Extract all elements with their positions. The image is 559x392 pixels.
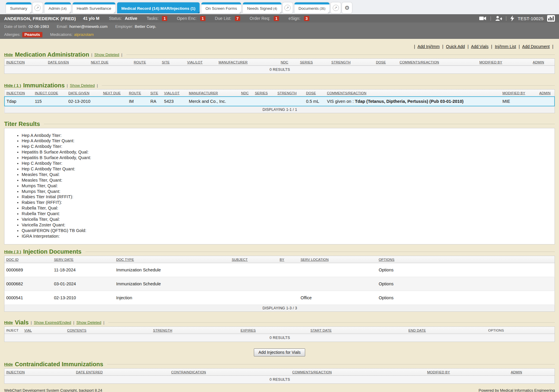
tab-label: On Screen Forms xyxy=(206,6,237,11)
add-person-icon[interactable] xyxy=(495,16,502,21)
column-header[interactable]: END DATE xyxy=(408,329,426,332)
column-header[interactable]: EXPIRES xyxy=(241,329,256,332)
column-header[interactable]: VIAL/LOT xyxy=(187,60,203,64)
options-menu[interactable]: Options xyxy=(379,295,394,300)
documents-popout-button[interactable]: ↗ xyxy=(331,2,341,13)
column-header[interactable]: VIAL/LOT xyxy=(164,91,179,95)
show-deleted-link[interactable]: Show Deleted xyxy=(94,52,119,57)
column-header[interactable]: VIAL xyxy=(24,329,32,332)
column-header[interactable]: INJECTION xyxy=(7,91,25,95)
summary-popout-button[interactable]: ↗ xyxy=(33,2,43,13)
order-req-badge[interactable]: 1 xyxy=(274,16,279,21)
cell-ndc xyxy=(239,97,253,106)
add-inj-imm-link[interactable]: Add Inj/Imm xyxy=(418,44,440,49)
cell-subject xyxy=(230,291,278,305)
column-header[interactable]: ADMIN xyxy=(511,370,522,374)
video-camera-icon[interactable] xyxy=(479,16,486,21)
column-header[interactable]: BY xyxy=(280,258,284,261)
needs-signed-popout-button[interactable]: ↗ xyxy=(283,2,293,13)
column-header[interactable]: MODIFIED BY xyxy=(427,370,450,374)
column-header[interactable]: DOSE xyxy=(376,60,386,64)
tab-documents[interactable]: Documents(35) xyxy=(294,2,330,13)
column-header[interactable]: DATE GIVEN xyxy=(69,91,90,95)
add-injections-for-vials-button[interactable]: Add Injections for Vials xyxy=(254,348,305,356)
show-deleted-link[interactable]: Show Deleted xyxy=(76,320,101,325)
show-deleted-link[interactable]: Show Deleted xyxy=(70,83,95,88)
column-header[interactable]: COMMENTS/REACTION xyxy=(399,60,439,64)
column-header[interactable]: INJECT CODE xyxy=(35,91,58,95)
column-header[interactable]: COMMENTS/REACTION xyxy=(327,91,366,95)
tab-settings-button[interactable]: ⚙ xyxy=(342,2,352,13)
column-header[interactable]: SITE xyxy=(162,60,170,64)
tasks-badge[interactable]: 1 xyxy=(162,16,167,21)
tab-on-screen-forms[interactable]: On Screen Forms xyxy=(201,2,241,13)
column-header[interactable]: DOC TYPE xyxy=(116,258,134,261)
inj-imm-list-link[interactable]: Inj/Imm List xyxy=(495,44,516,49)
show-expired-ended-link[interactable]: Show Expired/Ended xyxy=(34,320,71,325)
column-header[interactable]: INJECTION xyxy=(6,60,25,64)
document-row[interactable]: 0000689 11-18-2024 Immunization Schedule… xyxy=(4,263,555,277)
column-header[interactable]: CONTENTS xyxy=(67,329,87,332)
add-vials-link[interactable]: Add Vials xyxy=(471,44,488,49)
column-header[interactable]: COMMENTS/REACTION xyxy=(292,370,332,374)
column-header[interactable]: INJECTION xyxy=(6,370,25,374)
column-header[interactable]: SERV LOCATION xyxy=(300,258,329,261)
column-header[interactable]: SERV DATE xyxy=(54,258,74,261)
immunization-row-tdap[interactable]: Tdap 115 02-13-2010 IM RA 5423 Merck and… xyxy=(4,97,555,106)
column-header[interactable]: SITE xyxy=(150,91,158,95)
medications-value[interactable]: alprazolam xyxy=(74,32,94,37)
patient-age-sex: 41 y/o M xyxy=(83,16,99,21)
column-header[interactable]: ROUTE xyxy=(129,91,141,95)
column-header[interactable]: MODIFIED BY xyxy=(502,91,525,95)
column-header[interactable]: MANUFACTURER xyxy=(189,91,218,95)
column-header[interactable]: ROUTE xyxy=(134,60,146,64)
lightning-icon[interactable] xyxy=(510,15,514,21)
cell-serv-location xyxy=(299,277,377,291)
tab-health-surveillance[interactable]: Health Surveillance xyxy=(73,2,115,13)
column-header[interactable]: NEXT DUE xyxy=(91,60,109,64)
hide-medication-administration-link[interactable]: Hide xyxy=(4,52,13,57)
column-header[interactable]: NDC xyxy=(241,91,249,95)
column-header[interactable]: ADMIN xyxy=(539,91,550,95)
add-document-link[interactable]: Add Document xyxy=(522,44,550,49)
column-header[interactable]: CONTRAINDICATION xyxy=(171,370,206,374)
column-header[interactable]: STRENGTH xyxy=(153,329,172,332)
tab-needs-signed[interactable]: Needs Signed(4) xyxy=(243,2,281,13)
open-enc-badge[interactable]: 1 xyxy=(200,16,206,21)
column-header[interactable]: NDC xyxy=(281,60,289,64)
column-header[interactable]: SERIES xyxy=(255,91,267,95)
esign-badge[interactable]: 3 xyxy=(304,16,309,21)
hide-contraindicated-link[interactable]: Hide xyxy=(4,362,13,367)
section-title: Vials xyxy=(15,319,28,326)
column-header[interactable]: DOC ID xyxy=(6,258,18,261)
tab-summary[interactable]: Summary xyxy=(6,2,31,13)
due-list-badge[interactable]: 7 xyxy=(235,16,240,21)
document-row[interactable]: 0000541 02-13-2010 Injection Office Opti… xyxy=(4,291,555,305)
tab-admin[interactable]: Admin(14) xyxy=(44,2,71,13)
options-menu[interactable]: Options xyxy=(379,268,394,272)
column-header[interactable]: MODIFIED BY xyxy=(480,60,502,64)
column-header[interactable]: START DATE xyxy=(310,329,332,332)
quick-add-link[interactable]: Quick Add xyxy=(446,44,465,49)
options-menu[interactable]: Options xyxy=(379,281,394,286)
column-header[interactable]: ADMIN xyxy=(533,60,544,64)
hide-vials-link[interactable]: Hide xyxy=(4,320,13,325)
document-row[interactable]: 0000682 03-01-2024 Immunization Schedule… xyxy=(4,277,555,291)
hide-injection-documents-link[interactable]: Hide ( 3 ) xyxy=(4,249,21,254)
hide-immunizations-link[interactable]: Hide ( 1 ) xyxy=(4,83,21,88)
column-header[interactable]: DATE GIVEN xyxy=(48,60,69,64)
flowsheet-chart-icon[interactable] xyxy=(547,15,555,22)
allergy-badge[interactable]: Peanuts xyxy=(22,32,43,37)
column-header[interactable]: SERIES xyxy=(300,60,313,64)
employer-label: Employer: xyxy=(115,24,133,29)
tab-medical-record-active[interactable]: Medical Record (14):MAR/Injections (1) xyxy=(117,2,200,13)
column-header[interactable]: STRENGTH xyxy=(277,91,297,95)
patient-name: ANDERSON, FREDERICK (FRED) xyxy=(4,16,76,21)
column-header[interactable]: NEXT DUE xyxy=(103,91,121,95)
column-header[interactable]: DATE ENTERED xyxy=(76,370,103,374)
column-header[interactable]: OPTIONS xyxy=(379,258,394,261)
column-header[interactable]: STRENGTH xyxy=(331,60,351,64)
column-header[interactable]: DOSE xyxy=(306,91,316,95)
column-header[interactable]: MANUFACTURER xyxy=(219,60,248,64)
column-header[interactable]: SUBJECT xyxy=(232,258,248,261)
